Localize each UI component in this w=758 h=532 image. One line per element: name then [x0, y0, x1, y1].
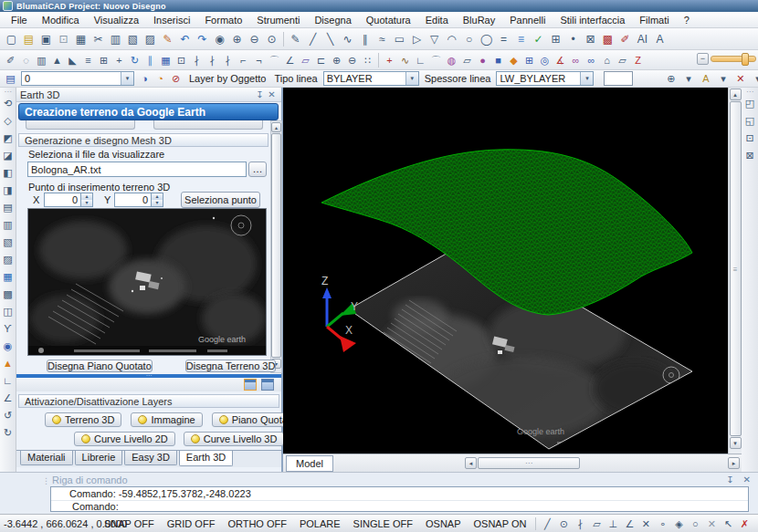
box-3d-button[interactable]: ■	[490, 52, 506, 68]
paste-image-button[interactable]: ▨	[142, 31, 159, 47]
spline-button[interactable]: ≈	[374, 31, 391, 47]
status-toggle-osnap-on[interactable]: OSNAP ON	[468, 518, 533, 529]
menu-item-13[interactable]: ?	[677, 13, 697, 27]
measure-button[interactable]: ∡	[553, 52, 568, 68]
slider-thumb[interactable]	[742, 53, 749, 66]
center-snap-button[interactable]: ⊙	[555, 516, 572, 532]
select-point-button[interactable]: Seleziona punto	[181, 192, 260, 208]
disegna-terreno-3d-button[interactable]: Disegna Terreno 3D	[185, 360, 277, 372]
vscrollbar-thumb[interactable]: ≡	[730, 101, 742, 436]
hatch-lines-button[interactable]: ≡	[512, 31, 530, 47]
trim-button[interactable]: ⌐	[236, 52, 251, 68]
spinner-arrows[interactable]: ▴▾	[151, 193, 163, 207]
group-button[interactable]: ⊞	[547, 31, 564, 47]
clear-snaps-button[interactable]: ✗	[736, 516, 753, 532]
view-back-button[interactable]: ◩	[1, 130, 16, 147]
toolbar-grip[interactable]: ⋯	[746, 89, 753, 95]
pyramid-button[interactable]: ◆	[506, 52, 521, 68]
menu-item-bluray[interactable]: BluRay	[456, 13, 502, 27]
menu-item-visualizza[interactable]: Visualizza	[87, 13, 146, 27]
layer-new-button[interactable]: ◔	[153, 70, 168, 87]
arc-button[interactable]: ◠	[443, 31, 460, 47]
x-value[interactable]: 0	[44, 193, 80, 207]
selection-button[interactable]: ∷	[360, 52, 375, 68]
ucs-face-button[interactable]: ↻	[1, 424, 16, 442]
terrain-mesh-3d[interactable]	[321, 150, 692, 315]
hatch-region-button[interactable]: ▩	[599, 31, 616, 47]
polar-snap-button[interactable]: ○	[687, 516, 703, 532]
menu-item-pannelli[interactable]: Pannelli	[502, 13, 553, 27]
new-button[interactable]: ▢	[3, 31, 20, 47]
view-se-iso-button[interactable]: ▨	[1, 251, 16, 268]
status-toggle-polare[interactable]: POLARE	[293, 518, 347, 529]
pin-icon[interactable]: ↧	[254, 89, 266, 99]
menu-item-file[interactable]: File	[4, 13, 35, 27]
spin-down-icon[interactable]: ▾	[81, 200, 92, 206]
menu-item-modifica[interactable]: Modifica	[35, 13, 87, 27]
layer-states-button[interactable]: ◑	[137, 70, 153, 87]
spin-down-icon[interactable]: ▾	[152, 200, 163, 206]
print-button[interactable]: ▦	[72, 31, 89, 47]
multiline-button[interactable]: ∥	[356, 31, 374, 47]
open-button[interactable]: ▤	[20, 31, 37, 47]
array-3d-button[interactable]: ⊞	[96, 52, 111, 68]
point-button[interactable]: •	[564, 31, 582, 47]
scroll-right-icon[interactable]: ▸	[728, 457, 740, 469]
hatch-button[interactable]: ∥	[142, 52, 158, 68]
status-toggle-single-off[interactable]: SINGLE OFF	[347, 518, 419, 529]
menu-item-strumenti[interactable]: Strumenti	[249, 13, 307, 27]
ellipse-button[interactable]: ◯	[478, 31, 495, 47]
panel-scrollbar[interactable]: ▴ ▾	[270, 120, 282, 373]
view-right-button[interactable]: ◨	[1, 182, 16, 199]
ucs-button[interactable]: ∟	[1, 372, 16, 390]
snap-plus-button[interactable]: +	[382, 52, 397, 68]
corner-button[interactable]: ∟	[413, 52, 428, 68]
zoom-dynamic-button[interactable]: ◉	[211, 31, 228, 47]
paste-button[interactable]: ▧	[124, 31, 142, 47]
select-similar-button[interactable]: ◌	[18, 52, 34, 68]
incline-button[interactable]: ◣	[65, 52, 80, 68]
text-button[interactable]: A	[651, 31, 669, 47]
zoom-previous-button[interactable]: ⊖	[344, 52, 360, 68]
join-button[interactable]: ∤	[220, 52, 236, 68]
menu-item-edita[interactable]: Edita	[418, 13, 456, 27]
scroll-up-icon[interactable]: ▴	[730, 89, 742, 100]
camera-button[interactable]: ▲	[1, 355, 16, 372]
find-dropdown[interactable]: ▾	[680, 70, 696, 87]
browse-button[interactable]: …	[248, 162, 267, 177]
insert-block-button[interactable]: ⊡	[174, 52, 189, 68]
drawing-viewport[interactable]: Google earth Z Y X	[283, 88, 728, 454]
parallel-lines-button[interactable]: =	[495, 31, 512, 47]
lineweight-combo[interactable]: LW_BYLAYER ▾	[496, 71, 594, 86]
toggle-immagine[interactable]: Immagine	[131, 412, 202, 427]
spinner-arrows[interactable]: ▴▾	[80, 193, 93, 207]
cut-button[interactable]: ✂	[89, 31, 107, 47]
tab-easy-3d[interactable]: Easy 3D	[124, 451, 177, 465]
array-button[interactable]: ▦	[158, 52, 174, 68]
satellite-preview[interactable]: Google earth	[27, 208, 267, 356]
view-nw-iso-button[interactable]: ▩	[1, 286, 16, 303]
layer-manager-button[interactable]: ▤	[3, 70, 18, 87]
endpoint-snap-button[interactable]: ╱	[539, 516, 555, 532]
view-top-button[interactable]: ▤	[1, 199, 16, 216]
copy-button[interactable]: ▥	[107, 31, 124, 47]
purge-button[interactable]: ✕	[732, 70, 748, 87]
scroll-up-icon[interactable]: ▴	[271, 122, 281, 132]
sketch-button[interactable]: ✎	[287, 31, 304, 47]
chevron-down-icon[interactable]: ▾	[405, 72, 418, 85]
toggle-curve-livello-3d[interactable]: Curve Livello 3D	[184, 432, 285, 446]
chevron-down-icon[interactable]: ▾	[580, 72, 593, 85]
copy-object-button[interactable]: ▥	[34, 52, 49, 68]
order-back-button[interactable]: ◱	[742, 112, 757, 130]
menu-item-formato[interactable]: Formato	[197, 13, 249, 27]
x-spinner[interactable]: 0 ▴▾	[44, 193, 93, 207]
style-lock-button[interactable]: A	[698, 70, 713, 87]
line-button[interactable]: ╱	[304, 31, 321, 47]
purge-dropdown[interactable]: ▾	[750, 70, 758, 87]
order-front-button[interactable]: ◰	[742, 95, 757, 112]
z-remove-button[interactable]: Z	[630, 52, 646, 68]
polyline-button[interactable]: ∿	[339, 31, 356, 47]
tab-materiali[interactable]: Materiali	[20, 451, 73, 465]
polygon-center-button[interactable]: ▽	[426, 31, 443, 47]
scroll-left-icon[interactable]: ◂	[465, 457, 477, 469]
